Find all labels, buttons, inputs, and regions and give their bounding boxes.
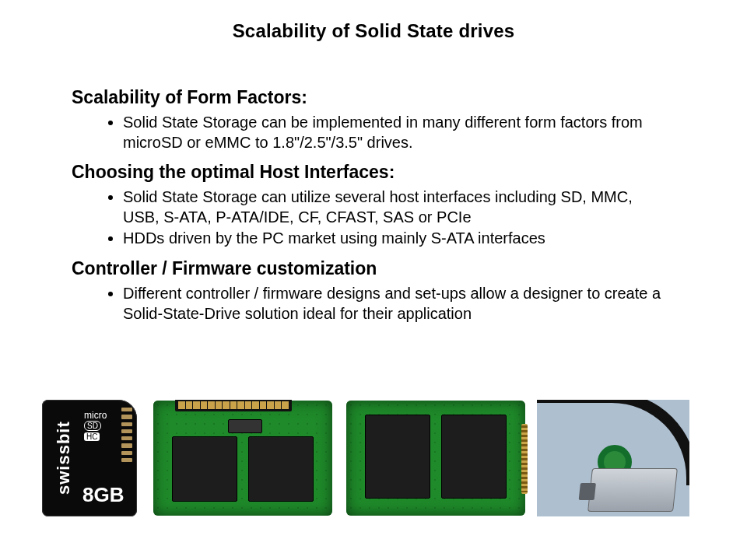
bullet: Different controller / firmware designs … [123, 284, 675, 324]
image-sata-ssd-module [151, 400, 335, 516]
bullet: Solid State Storage can be implemented i… [123, 113, 675, 152]
section-heading-host-interfaces: Choosing the optimal Host Interfaces: [72, 162, 675, 183]
images-row: swissbit micro SD HC 8GB [37, 400, 710, 516]
sas-cable-graphic [537, 400, 689, 516]
microsd-contacts [121, 408, 132, 462]
slide-title: Scalability of Solid State drives [0, 0, 747, 42]
bullet: HDDs driven by the PC market using mainl… [123, 229, 675, 249]
microsd-capacity: 8GB [82, 483, 124, 507]
controller-chip [228, 419, 262, 433]
image-microsd-card: swissbit micro SD HC 8GB [37, 400, 142, 516]
nand-chip [248, 436, 314, 502]
cable-connector-plug [587, 468, 678, 512]
image-sas-cable [537, 400, 689, 516]
microsd-logo-line1: micro [84, 410, 107, 421]
sata-pcb-graphic [153, 401, 332, 516]
image-msata-ssd-module [344, 400, 528, 516]
bullets-form-factors: Solid State Storage can be implemented i… [72, 113, 675, 152]
bullet: Solid State Storage can utilize several … [123, 187, 675, 227]
microsd-brand-text: swissbit [48, 408, 79, 509]
msata-pcb-graphic [346, 401, 525, 516]
bullets-host-interfaces: Solid State Storage can utilize several … [72, 187, 675, 249]
section-heading-form-factors: Scalability of Form Factors: [72, 87, 675, 108]
microsd-logo-sd: SD [84, 421, 101, 431]
microsd-card-graphic: swissbit micro SD HC 8GB [42, 400, 137, 516]
nand-chip [172, 436, 237, 502]
nand-chip [365, 415, 430, 499]
sata-connector [175, 400, 292, 411]
section-heading-controller: Controller / Firmware customization [72, 258, 675, 279]
nand-chip [441, 415, 507, 499]
slide-body: Scalability of Form Factors: Solid State… [0, 42, 747, 324]
microsd-logo: micro SD HC [84, 411, 123, 448]
bullets-controller: Different controller / firmware designs … [72, 284, 675, 324]
microsd-logo-hc: HC [84, 432, 100, 441]
msata-edge-connector [521, 424, 528, 494]
